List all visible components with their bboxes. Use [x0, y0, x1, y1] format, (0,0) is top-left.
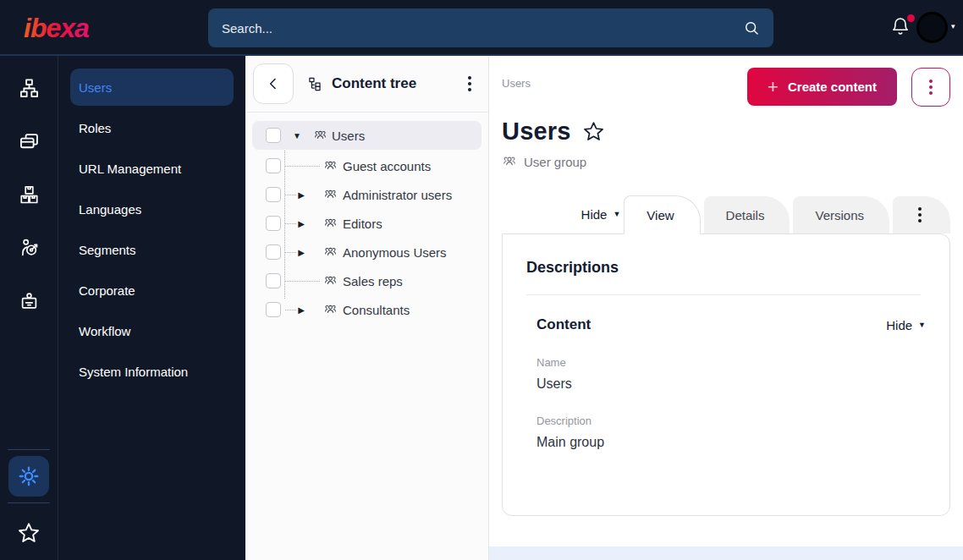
content-tree-panel: Content tree ▼ Users [245, 56, 489, 560]
expand-toggle-icon[interactable]: ▼ [292, 131, 302, 140]
tree-row-label[interactable]: Editors [343, 217, 382, 231]
tree-row-label[interactable]: Guest accounts [343, 159, 431, 173]
content-section-heading: Content [537, 316, 591, 333]
plus-icon: + [768, 78, 779, 96]
tree-row[interactable]: ▶ Administrator users [245, 180, 488, 209]
user-group-icon [323, 274, 338, 288]
main-content: Users + Create content Users [489, 56, 963, 560]
search-icon[interactable] [743, 19, 760, 36]
expand-toggle-icon[interactable]: ▶ [296, 219, 306, 228]
search-input[interactable] [222, 21, 743, 36]
divider [8, 449, 50, 450]
tree-row[interactable]: ▶ Consultants [245, 295, 488, 324]
tree-row-label[interactable]: Anonymous Users [343, 245, 447, 260]
personalization-icon[interactable] [8, 228, 49, 268]
sidebar-item-label: Roles [79, 121, 111, 135]
divider [8, 502, 50, 503]
field-label: Description [537, 415, 926, 427]
page-title: Users [502, 118, 571, 145]
sidebar-item[interactable]: URL Management [70, 150, 234, 187]
tab[interactable]: Details [704, 196, 790, 233]
ibexa-logo[interactable]: ibexa [22, 11, 115, 45]
tree-row-checkbox[interactable] [266, 273, 281, 288]
field-row: Name Users [537, 356, 926, 392]
tree-row[interactable]: Guest accounts [245, 151, 488, 180]
sidebar-item-label: URL Management [79, 162, 181, 176]
field-value: Users [537, 376, 926, 392]
products-icon[interactable] [8, 174, 49, 215]
bookmark-star-icon[interactable] [582, 120, 605, 143]
expand-toggle-icon[interactable]: ▶ [296, 190, 306, 200]
chevron-down-icon: ▼ [613, 211, 620, 218]
view-tab-card: Descriptions Content Hide ▼ Name Users [502, 233, 950, 516]
tree-row-checkbox[interactable] [266, 216, 281, 231]
user-group-icon [323, 245, 338, 260]
settings-gear-icon[interactable] [8, 456, 49, 497]
tab-more-kebab-icon [918, 207, 922, 222]
tree-row-checkbox[interactable] [266, 302, 281, 317]
sidebar-item-label: Corporate [79, 283, 135, 298]
chevron-down-icon: ▼ [918, 321, 926, 329]
global-search [208, 8, 773, 47]
tree-row-label[interactable]: Users [332, 129, 365, 143]
sidebar-item[interactable]: System Information [70, 353, 234, 390]
tree-row-checkbox[interactable] [266, 128, 281, 143]
tree-row[interactable]: ▼ Users [252, 121, 482, 150]
user-menu-chevron-down-icon[interactable]: ▾ [951, 22, 955, 30]
collapse-tree-button[interactable] [253, 63, 294, 104]
admin-sidebar: Users Roles URL Management Languages Seg… [58, 56, 245, 560]
content-tree-title: Content tree [307, 75, 416, 92]
avatar[interactable] [916, 12, 948, 43]
tree-row-checkbox[interactable] [266, 244, 281, 260]
tab[interactable]: View [624, 195, 700, 234]
create-content-button[interactable]: + Create content [747, 68, 897, 106]
user-group-icon [323, 159, 338, 173]
tab[interactable]: Versions [793, 196, 889, 233]
pages-icon[interactable] [8, 121, 49, 162]
content-structure-icon[interactable] [8, 68, 49, 108]
field-row: Description Main group [537, 415, 926, 450]
divider [526, 294, 921, 295]
tree-row[interactable]: ▶ Anonymous Users [245, 238, 488, 266]
sidebar-item-label: System Information [79, 365, 188, 379]
sidebar-item[interactable]: Segments [70, 231, 234, 268]
sidebar-item-label: Languages [79, 202, 141, 217]
notification-dot [907, 14, 915, 22]
content-tree-icon [307, 75, 324, 92]
hide-section-toggle[interactable]: Hide ▼ [886, 318, 926, 332]
expand-toggle-icon[interactable]: ▶ [296, 305, 306, 315]
tab[interactable] [893, 196, 950, 233]
descriptions-heading: Descriptions [526, 259, 926, 277]
user-group-icon [313, 129, 327, 143]
tree-row-label[interactable]: Consultants [343, 303, 410, 317]
sidebar-item[interactable]: Corporate [70, 272, 234, 309]
icon-sidebar [0, 56, 58, 560]
content-type-badge: User group [502, 154, 950, 169]
tree-options-kebab-icon[interactable] [463, 71, 476, 96]
content-options-kebab-icon[interactable] [911, 68, 950, 107]
tree-row[interactable]: Sales reps [245, 266, 488, 295]
expand-toggle-icon[interactable]: ▶ [296, 248, 306, 257]
tree-row-label[interactable]: Sales reps [343, 274, 403, 288]
field-value: Main group [537, 435, 926, 450]
sidebar-item-label: Segments [79, 243, 136, 257]
sidebar-item[interactable]: Users [70, 69, 234, 106]
user-group-icon [323, 217, 338, 231]
tree-row[interactable]: ▶ Editors [245, 209, 488, 238]
bell-icon[interactable] [890, 16, 914, 40]
sidebar-item[interactable]: Workflow [70, 312, 234, 349]
breadcrumb[interactable]: Users [502, 68, 531, 90]
content-type-label: User group [524, 155, 586, 169]
hide-tabs-toggle[interactable]: Hide ▼ [581, 207, 621, 222]
top-bar: ibexa ▾ [0, 0, 963, 56]
bookmarks-star-icon[interactable] [8, 513, 49, 553]
tree-row-checkbox[interactable] [266, 158, 281, 173]
sidebar-item-label: Workflow [79, 324, 130, 338]
tree-row-label[interactable]: Administrator users [343, 188, 452, 202]
sidebar-item[interactable]: Roles [70, 109, 234, 146]
sidebar-item-label: Users [79, 80, 112, 95]
tree-row-checkbox[interactable] [266, 187, 281, 202]
admin-badge-icon[interactable] [8, 281, 49, 321]
sidebar-item[interactable]: Languages [70, 190, 234, 228]
user-group-icon [502, 154, 517, 169]
